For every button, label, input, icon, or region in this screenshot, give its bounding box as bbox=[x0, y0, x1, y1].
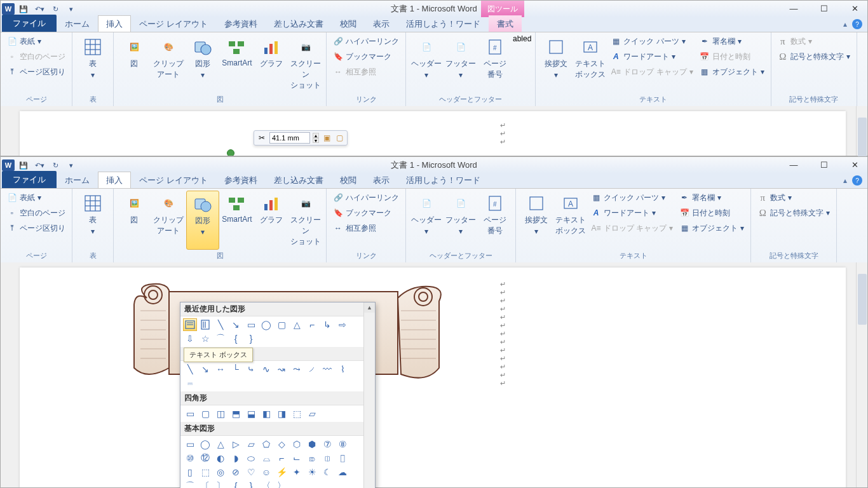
shape-elbow-arrow[interactable]: ⤷ bbox=[244, 363, 258, 376]
bookmark-button[interactable]: 🔖ブックマーク bbox=[330, 206, 402, 220]
shape-rect7[interactable]: ◨ bbox=[275, 407, 288, 420]
shape-b6[interactable]: ⬠ bbox=[259, 438, 273, 451]
shape-rounded-rect[interactable]: ▢ bbox=[275, 318, 288, 331]
shape-vertical-textbox[interactable] bbox=[198, 318, 212, 331]
shape-rect2[interactable]: ▢ bbox=[198, 407, 212, 420]
textbox-button[interactable]: Aテキスト ボックス bbox=[574, 34, 607, 93]
wordart-button[interactable]: Aワードアート ▾ bbox=[608, 50, 695, 64]
shape-b26[interactable]: ⊘ bbox=[229, 466, 243, 478]
cover-page-button[interactable]: 📄表紙 ▾ bbox=[4, 191, 68, 205]
shape-b32[interactable]: ☾ bbox=[320, 466, 334, 478]
object-button[interactable]: ▦オブジェクト ▾ bbox=[697, 65, 767, 79]
crossref-button[interactable]: ↔相互参照 bbox=[330, 65, 402, 79]
shape-b25[interactable]: ◎ bbox=[214, 466, 227, 478]
shape-b31[interactable]: ☀ bbox=[305, 466, 319, 478]
footer-button[interactable]: 📄フッター▾ bbox=[444, 34, 477, 93]
greeting-button[interactable]: 挨拶文▾ bbox=[539, 34, 573, 93]
ribbon-minimize-icon[interactable]: ▴ bbox=[843, 20, 847, 29]
shape-rect1[interactable]: ▭ bbox=[183, 407, 197, 420]
shape-down-arrow[interactable]: ⇩ bbox=[183, 332, 197, 345]
sigline-button[interactable]: ✒署名欄 ▾ bbox=[677, 191, 747, 205]
table-button[interactable]: 表▾ bbox=[76, 34, 109, 93]
tab-layout[interactable]: ページ レイアウト bbox=[131, 172, 216, 188]
document-area-top[interactable]: ✂ ▲▼ ▣ ▢ ↵↵↵ bbox=[1, 106, 856, 156]
datetime-button[interactable]: 📅日付と時刻 bbox=[697, 50, 767, 64]
equation-button[interactable]: π数式 ▾ bbox=[755, 191, 832, 205]
shape-b12[interactable]: ⑩ bbox=[183, 452, 197, 464]
shape-b35[interactable]: 〔 bbox=[198, 480, 212, 488]
ribbon-minimize-icon[interactable]: ▴ bbox=[843, 176, 847, 185]
tab-review[interactable]: 校閲 bbox=[332, 15, 365, 32]
size-input[interactable] bbox=[269, 132, 310, 144]
shape-b13[interactable]: ⑫ bbox=[198, 452, 212, 464]
tab-layout[interactable]: ページ レイアウト bbox=[131, 15, 216, 32]
clipart-button[interactable]: 🎨クリップ アート bbox=[152, 34, 185, 93]
shape-line[interactable]: ╲ bbox=[214, 318, 227, 331]
clipart-button[interactable]: 🎨クリップ アート bbox=[152, 191, 185, 250]
document-area-bot[interactable]: ↵↵↵↵↵↵↵↵↵↵↵↵↵ bbox=[1, 262, 856, 487]
shape-curve-arrow[interactable]: ↝ bbox=[275, 363, 288, 376]
shape-l[interactable]: ⌐ bbox=[305, 318, 319, 331]
symbol-button[interactable]: Ω記号と特殊文字 ▾ bbox=[755, 206, 832, 220]
header-button[interactable]: 📄ヘッダー▾ bbox=[410, 34, 443, 93]
shape-b28[interactable]: ☺ bbox=[259, 466, 273, 478]
table-button[interactable]: 表▾ bbox=[76, 191, 109, 250]
screenshot-button[interactable]: 📷スクリーン ショット bbox=[289, 34, 322, 93]
shape-bent-arrow[interactable]: ↳ bbox=[320, 318, 334, 331]
tab-mailings[interactable]: 差し込み文書 bbox=[266, 172, 332, 188]
dropcap-button[interactable]: A≡ドロップ キャップ ▾ bbox=[588, 221, 675, 235]
shape-b1[interactable]: ▭ bbox=[183, 438, 197, 451]
shapes-button[interactable]: 図形▾ bbox=[186, 34, 219, 93]
shape-rect9[interactable]: ▱ bbox=[305, 407, 319, 420]
vertical-scrollbar-bot[interactable] bbox=[856, 262, 867, 487]
tab-references[interactable]: 参考資料 bbox=[216, 15, 266, 32]
smartart-button[interactable]: SmartArt bbox=[220, 191, 254, 250]
tab-mailings[interactable]: 差し込み文書 bbox=[266, 15, 332, 32]
shape-rectangle[interactable]: ▭ bbox=[244, 318, 258, 331]
shape-rect6[interactable]: ◧ bbox=[259, 407, 273, 420]
qat-redo[interactable]: ↻ bbox=[48, 159, 62, 172]
shape-rect4[interactable]: ⬒ bbox=[229, 407, 243, 420]
shape-double-arrow[interactable]: ↔ bbox=[214, 363, 227, 376]
close-button[interactable]: ✕ bbox=[846, 2, 864, 15]
close-button[interactable]: ✕ bbox=[846, 158, 864, 171]
shape-b5[interactable]: ▱ bbox=[244, 438, 258, 451]
shape-b17[interactable]: ⌓ bbox=[259, 452, 273, 464]
tab-review[interactable]: 校閲 bbox=[332, 172, 365, 188]
shape-star[interactable]: ☆ bbox=[198, 332, 212, 345]
tab-view[interactable]: 表示 bbox=[365, 15, 398, 32]
qat-undo[interactable]: ↶▾ bbox=[32, 3, 46, 15]
shape-oval[interactable]: ◯ bbox=[259, 318, 273, 331]
qat-save[interactable]: 💾 bbox=[17, 159, 31, 172]
shape-scribble[interactable]: 〰 bbox=[320, 363, 334, 376]
spinner-down[interactable]: ▼ bbox=[313, 138, 319, 143]
datetime-button[interactable]: 📅日付と時刻 bbox=[677, 206, 747, 220]
object-button[interactable]: ▦オブジェクト ▾ bbox=[677, 221, 747, 235]
bookmark-button[interactable]: 🔖ブックマーク bbox=[330, 50, 402, 64]
shape-b29[interactable]: ⚡ bbox=[275, 466, 288, 478]
cover-page-button[interactable]: 📄表紙 ▾ bbox=[4, 34, 68, 48]
shape-b33[interactable]: ☁ bbox=[336, 466, 349, 478]
textbox-button[interactable]: Aテキスト ボックス bbox=[554, 191, 587, 250]
tab-insert[interactable]: 挿入 bbox=[98, 15, 131, 32]
gallery-scroll-up[interactable]: ▲ bbox=[364, 302, 375, 313]
shape-rect5[interactable]: ⬓ bbox=[244, 407, 258, 420]
tab-view[interactable]: 表示 bbox=[365, 172, 398, 188]
tab-insert[interactable]: 挿入 bbox=[98, 172, 131, 188]
bring-forward-icon[interactable]: ▣ bbox=[322, 133, 332, 143]
tab-references[interactable]: 参考資料 bbox=[216, 172, 266, 188]
qat-redo[interactable]: ↻ bbox=[48, 3, 62, 15]
shape-b15[interactable]: ◗ bbox=[229, 452, 243, 464]
shape-arrow[interactable]: ↘ bbox=[198, 363, 212, 376]
help-button[interactable]: ? bbox=[852, 19, 862, 29]
shape-b27[interactable]: ♡ bbox=[244, 466, 258, 478]
shape-triangle[interactable]: △ bbox=[290, 318, 304, 331]
maximize-button[interactable]: ☐ bbox=[815, 158, 833, 171]
crossref-button[interactable]: ↔相互参照 bbox=[330, 221, 402, 235]
smartart-button[interactable]: SmartArt bbox=[220, 34, 254, 93]
hyperlink-button[interactable]: 🔗ハイパーリンク bbox=[330, 34, 402, 48]
shape-curve[interactable]: ∿ bbox=[259, 363, 273, 376]
gallery-scrollbar[interactable]: ▲ ▼ bbox=[363, 302, 375, 488]
chart-button[interactable]: グラフ bbox=[255, 191, 288, 250]
shape-b37[interactable]: { bbox=[229, 480, 243, 488]
